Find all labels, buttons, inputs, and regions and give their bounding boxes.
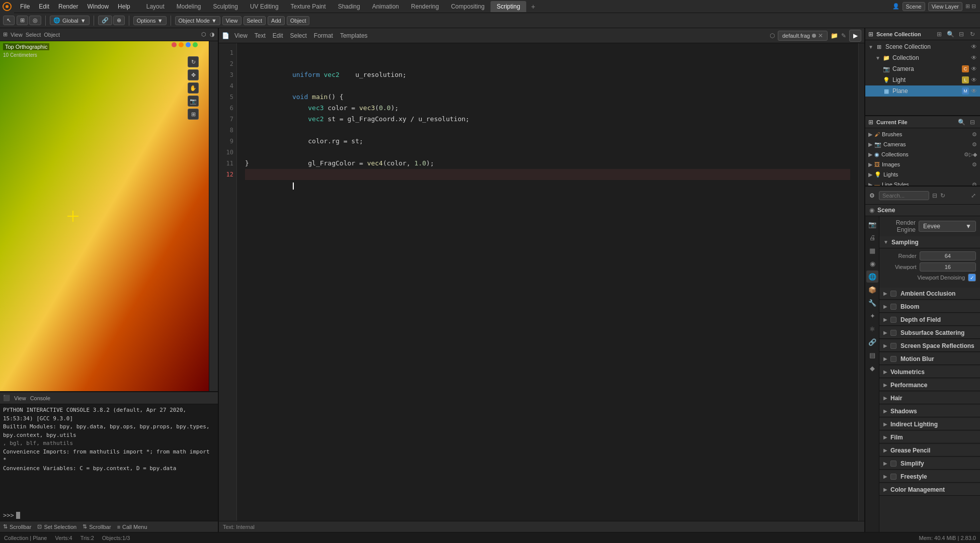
tab-sculpting[interactable]: Sculpting bbox=[207, 1, 244, 12]
prop-object-icon[interactable]: 📦 bbox=[866, 284, 878, 296]
menu-file[interactable]: File bbox=[16, 2, 34, 11]
filter-icon-props[interactable]: ⊟ bbox=[932, 192, 937, 199]
file-tab[interactable]: default.frag ✕ bbox=[778, 31, 828, 41]
prop-render-icon[interactable]: 📷 bbox=[866, 218, 878, 230]
file-item-cameras[interactable]: ▶ 📷 Cameras ⚙ bbox=[865, 139, 980, 149]
eye-icon-plane[interactable]: 👁 bbox=[971, 87, 977, 95]
view-btn[interactable]: View bbox=[222, 16, 241, 25]
editor-templates-menu[interactable]: Templates bbox=[338, 31, 370, 40]
view-layer-select[interactable]: View Layer bbox=[928, 2, 962, 11]
search-icon[interactable]: 🔍 bbox=[946, 30, 955, 39]
snap-btn[interactable]: ⊞ bbox=[17, 16, 28, 25]
move-tool-btn[interactable]: ✥ bbox=[188, 69, 199, 80]
object-btn[interactable]: Object bbox=[287, 16, 310, 25]
file-item-collections[interactable]: ▶ ◉ Collections ⚙▷◆ bbox=[865, 149, 980, 159]
film-header[interactable]: ▶ Film bbox=[879, 431, 980, 443]
prop-modifier-icon[interactable]: 🔧 bbox=[866, 297, 878, 309]
overlay-btn[interactable]: ⊕ bbox=[113, 16, 125, 25]
filter-icon[interactable]: ⊞ bbox=[935, 30, 944, 39]
editor-select-menu[interactable]: Select bbox=[288, 31, 309, 40]
viewport-overlay-btn[interactable]: ◑ bbox=[210, 31, 215, 37]
eye-icon-camera[interactable]: 👁 bbox=[971, 65, 977, 72]
tab-animation[interactable]: Animation bbox=[366, 1, 405, 12]
tab-scripting[interactable]: Scripting bbox=[491, 1, 526, 12]
rotate-view-btn[interactable]: ↻ bbox=[188, 56, 199, 67]
viewport-object-menu[interactable]: Object bbox=[44, 32, 60, 38]
tab-uv-editing[interactable]: UV Editing bbox=[244, 1, 285, 12]
perf-header[interactable]: ▶ Performance bbox=[879, 379, 980, 391]
prop-view-layer-icon[interactable]: ▦ bbox=[866, 244, 878, 256]
scene-selector[interactable]: Scene bbox=[903, 2, 925, 11]
grid-btn[interactable]: ⊞ bbox=[188, 109, 199, 120]
prop-scene-icon[interactable]: ◉ bbox=[866, 257, 878, 269]
hand-tool-btn[interactable]: ✋ bbox=[188, 82, 199, 94]
prop-data-icon[interactable]: ▤ bbox=[866, 349, 878, 361]
viewport-select-menu[interactable]: Select bbox=[26, 32, 41, 38]
shadows-header[interactable]: ▶ Shadows bbox=[879, 405, 980, 417]
hair-header[interactable]: ▶ Hair bbox=[879, 392, 980, 404]
file-filter-icon[interactable]: 🔍 bbox=[957, 118, 966, 127]
add-btn[interactable]: Add bbox=[268, 16, 285, 25]
set-selection-footer-btn[interactable]: ⊡ Set Selection bbox=[37, 523, 76, 530]
outliner-item-scene-collection[interactable]: ▼ ⊞ Scene Collection 👁 bbox=[865, 41, 980, 52]
file-close-btn[interactable]: ✕ bbox=[818, 32, 823, 39]
viewport-denoising-checkbox[interactable] bbox=[968, 274, 976, 282]
prop-material-icon[interactable]: ◆ bbox=[866, 362, 878, 374]
prop-world-icon[interactable]: 🌐 bbox=[866, 270, 878, 283]
tab-modeling[interactable]: Modeling bbox=[171, 1, 207, 12]
tab-texture-paint[interactable]: Texture Paint bbox=[285, 1, 332, 12]
tab-rendering[interactable]: Rendering bbox=[405, 1, 445, 12]
outliner-filter-icon[interactable]: ⊟ bbox=[957, 30, 966, 39]
viewport-value[interactable]: 16 bbox=[920, 262, 976, 272]
outliner-item-camera[interactable]: 📷 Camera C 👁 bbox=[865, 63, 980, 74]
viewport-3d[interactable]: Top Orthographic 10 Centimeters ↻ ✥ ✋ 📷 bbox=[0, 41, 209, 391]
console-input-area[interactable]: >>> bbox=[0, 510, 218, 521]
ssr-header[interactable]: ▶ Screen Space Reflections bbox=[879, 340, 980, 352]
tab-layout[interactable]: Layout bbox=[140, 1, 171, 12]
menu-window[interactable]: Window bbox=[83, 2, 113, 11]
select-btn[interactable]: Select bbox=[243, 16, 266, 25]
dof-header[interactable]: ▶ Depth of Field bbox=[879, 314, 980, 326]
render-engine-dropdown[interactable]: Eevee ▼ bbox=[919, 221, 976, 232]
viewport-scrollbar-v[interactable] bbox=[209, 41, 218, 391]
menu-help[interactable]: Help bbox=[114, 2, 134, 11]
outliner-item-plane[interactable]: ▦ Plane M 👁 bbox=[865, 85, 980, 97]
magnet-btn[interactable]: 🔗 bbox=[98, 16, 112, 25]
menu-edit[interactable]: Edit bbox=[35, 2, 53, 11]
prop-particles-icon[interactable]: ✦ bbox=[866, 310, 878, 322]
viewport-mode-btn[interactable]: ⬡ bbox=[201, 31, 206, 37]
eye-icon-light[interactable]: 👁 bbox=[971, 76, 977, 83]
menu-render[interactable]: Render bbox=[54, 2, 82, 11]
fs-header[interactable]: ▶ Freestyle bbox=[879, 471, 980, 483]
viewport-view-menu[interactable]: View bbox=[11, 32, 23, 38]
ambient-occlusion-header[interactable]: ▶ Ambient Occlusion bbox=[879, 288, 980, 300]
viewport-canvas[interactable]: Top Orthographic 10 Centimeters ↻ ✥ ✋ 📷 bbox=[0, 41, 209, 391]
camera-btn[interactable]: 📷 bbox=[188, 96, 199, 107]
scrollbar-footer-btn-1[interactable]: ⇅ Scrollbar bbox=[3, 523, 31, 530]
bloom-header[interactable]: ▶ Bloom bbox=[879, 301, 980, 313]
render-value[interactable]: 64 bbox=[920, 251, 976, 260]
select-tool-btn[interactable]: ↖ bbox=[3, 16, 15, 25]
editor-format-menu[interactable]: Format bbox=[312, 31, 335, 40]
proportional-btn[interactable]: ◎ bbox=[29, 16, 41, 25]
run-script-btn[interactable]: ▶ bbox=[849, 30, 861, 42]
sss-header[interactable]: ▶ Subsurface Scattering bbox=[879, 327, 980, 339]
simplify-header[interactable]: ▶ Simplify bbox=[879, 458, 980, 470]
file-item-images[interactable]: ▶ 🖼 Images ⚙ bbox=[865, 159, 980, 169]
file-item-line-styles[interactable]: ▶ — Line Styles ⚙ bbox=[865, 179, 980, 186]
editor-text-menu[interactable]: Text bbox=[253, 31, 268, 40]
add-workspace-button[interactable]: + bbox=[528, 2, 538, 12]
prop-physics-icon[interactable]: ⚛ bbox=[866, 323, 878, 335]
editor-edit-menu[interactable]: Edit bbox=[271, 31, 285, 40]
object-mode-dropdown[interactable]: Object Mode ▼ bbox=[175, 16, 220, 25]
prop-constraints-icon[interactable]: 🔗 bbox=[866, 336, 878, 348]
il-header[interactable]: ▶ Indirect Lighting bbox=[879, 418, 980, 430]
console-view-menu[interactable]: View bbox=[14, 395, 26, 401]
file-item-lights[interactable]: ▶ 💡 Lights bbox=[865, 169, 980, 179]
outliner-item-collection[interactable]: ▼ 📁 Collection 👁 bbox=[865, 52, 980, 63]
file-item-brushes[interactable]: ▶ 🖌 Brushes ⚙ bbox=[865, 129, 980, 139]
eye-icon-collection[interactable]: 👁 bbox=[971, 54, 977, 61]
maximize-btn[interactable]: ⤢ bbox=[971, 192, 976, 199]
call-menu-footer-btn[interactable]: ≡ Call Menu bbox=[117, 524, 147, 530]
editor-scrollbar-v[interactable] bbox=[858, 43, 864, 521]
